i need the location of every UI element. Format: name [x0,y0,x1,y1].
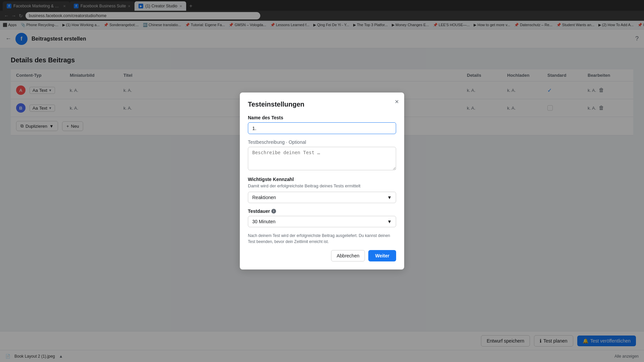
duration-label-container: Testdauer i [248,208,396,214]
modal-dialog: Testeinstellungen × Name des Tests Testb… [240,93,404,269]
modal-footer: Abbrechen Weiter [248,250,396,261]
duration-dropdown-arrow: ▼ [387,219,392,224]
duration-value: 30 Minuten [252,219,275,224]
modal-close-button[interactable]: × [395,98,399,106]
desc-textarea[interactable] [248,147,396,170]
info-text: Nach deinem Test wird der erfolgreichste… [248,233,396,245]
modal-title: Testeinstellungen [248,101,396,108]
modal-overlay: Testeinstellungen × Name des Tests Testb… [0,0,644,351]
metric-desc: Damit wird der erfolgreichste Beitrag de… [248,183,396,188]
test-name-input[interactable] [248,122,396,134]
duration-info-icon[interactable]: i [271,209,276,214]
metric-dropdown[interactable]: Reaktionen ▼ [248,192,396,203]
weiter-button[interactable]: Weiter [368,250,396,261]
name-label: Name des Tests [248,115,396,120]
duration-dropdown[interactable]: 30 Minuten ▼ [248,216,396,227]
duration-label: Testdauer [248,208,270,214]
metric-dropdown-arrow: ▼ [387,195,392,200]
desc-label: Testbeschreibung · Optional [248,139,396,145]
cancel-button[interactable]: Abbrechen [331,250,365,261]
metric-value: Reaktionen [252,195,276,200]
metric-title: Wichtigste Kennzahl [248,177,396,182]
